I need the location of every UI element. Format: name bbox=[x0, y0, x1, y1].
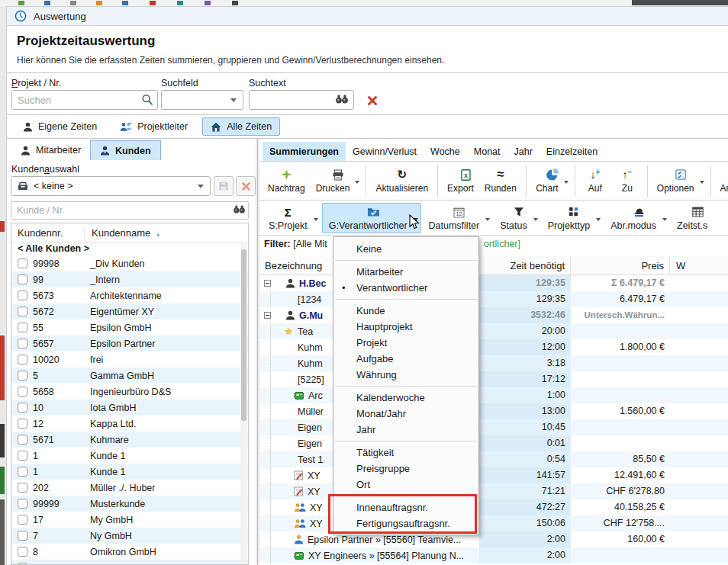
dropdown-arrow[interactable] bbox=[533, 218, 538, 223]
menu-item[interactable]: Ort bbox=[333, 477, 478, 493]
customer-checkbox[interactable] bbox=[18, 531, 27, 541]
customer-row[interactable]: 5 Gamma GmbH bbox=[11, 368, 248, 384]
dropdown-arrow[interactable] bbox=[596, 218, 601, 223]
customer-row[interactable]: 5672 Eigentümer XY bbox=[11, 303, 248, 319]
left-tab[interactable]: Mitarbeiter bbox=[11, 140, 90, 160]
clear-search-button[interactable] bbox=[362, 91, 382, 110]
customer-checkbox[interactable] bbox=[18, 387, 27, 396]
view-tab[interactable]: Einzelzeiten bbox=[540, 142, 604, 161]
customer-checkbox[interactable] bbox=[18, 547, 27, 557]
menu-item[interactable]: Monat/Jahr bbox=[333, 406, 478, 422]
result-row[interactable]: Epsilon Partner » [55560] Teamvie... 2:0… bbox=[259, 531, 728, 547]
customer-row[interactable]: 1 Kunde 1 bbox=[11, 464, 248, 480]
customer-checkbox[interactable] bbox=[18, 274, 27, 284]
customer-row[interactable]: 5657 Epsilon Partner bbox=[11, 335, 248, 352]
grouping-button[interactable]: Projekttyp bbox=[542, 204, 597, 233]
customer-checkbox[interactable] bbox=[18, 499, 27, 509]
view-tab[interactable]: Jahr bbox=[507, 142, 540, 161]
clear-selection-button[interactable] bbox=[236, 176, 256, 196]
menu-item[interactable]: Aufgabe bbox=[333, 351, 478, 367]
customer-row[interactable]: 125 Phi GmbH bbox=[11, 560, 248, 565]
result-row[interactable]: Arc lh... 1:00 bbox=[259, 387, 728, 403]
customer-checkbox[interactable] bbox=[18, 435, 27, 445]
customer-row[interactable]: 8 Omikron GmbH bbox=[11, 544, 248, 560]
dropdown-arrow[interactable] bbox=[314, 218, 318, 223]
result-row[interactable]: H.Bec 129:35 Σ 6.479,17 € bbox=[259, 275, 728, 291]
result-row[interactable]: Test 1 0:54 85,50 € bbox=[259, 451, 728, 467]
menu-item[interactable]: Währung bbox=[333, 367, 478, 383]
result-row[interactable]: XY Engineers » [55564] Planung N... 2:00 bbox=[259, 547, 728, 563]
toolbar-button[interactable]: Drucken bbox=[311, 166, 356, 195]
customer-checkbox[interactable] bbox=[18, 323, 27, 332]
expand-toggle[interactable] bbox=[264, 280, 271, 287]
result-row[interactable]: Eigen es... 0:01 bbox=[259, 435, 728, 451]
customer-checkbox[interactable] bbox=[18, 307, 27, 316]
result-row[interactable]: Müller 13:00 1.560,00 € bbox=[259, 403, 728, 419]
customer-row[interactable]: 10020 frei bbox=[11, 352, 248, 368]
menu-item[interactable]: Mitarbeiter bbox=[333, 264, 478, 280]
customer-checkbox[interactable] bbox=[18, 258, 27, 268]
customer-row[interactable]: 17 My GmbH bbox=[11, 512, 248, 528]
customer-row[interactable]: 12 Kappa Ltd. bbox=[11, 416, 248, 432]
customer-selection-select[interactable]: < keine > bbox=[11, 176, 211, 196]
scope-tab[interactable]: Projektleiter bbox=[111, 117, 196, 136]
customer-checkbox[interactable] bbox=[18, 339, 27, 348]
menu-item[interactable]: Projekt bbox=[333, 335, 478, 351]
result-row[interactable]: [1234 n... 129:35 6.479,17 € bbox=[259, 291, 728, 307]
column-header-zeit[interactable]: Zeit benötigt bbox=[479, 256, 571, 274]
scope-tab[interactable]: Alle Zeiten bbox=[202, 117, 280, 136]
menu-item[interactable]: Hauptprojekt bbox=[333, 319, 478, 335]
view-tab[interactable]: Woche bbox=[424, 142, 467, 161]
customer-checkbox[interactable] bbox=[18, 371, 27, 380]
customer-search-input[interactable] bbox=[11, 201, 249, 220]
customer-row[interactable]: 5673 Architektenname bbox=[11, 287, 248, 303]
view-tab[interactable]: Monat bbox=[467, 142, 507, 161]
all-customers-row[interactable]: < Alle Kunden > bbox=[11, 242, 248, 255]
scrollbar-thumb[interactable] bbox=[241, 249, 246, 421]
toolbar-button[interactable]: Zu bbox=[611, 166, 643, 195]
dropdown-arrow[interactable] bbox=[662, 218, 667, 223]
customer-row[interactable]: 55 Epsilon GmbH bbox=[11, 319, 248, 335]
expand-toggle[interactable] bbox=[264, 312, 271, 319]
search-field-select[interactable] bbox=[161, 90, 243, 110]
result-row[interactable]: Tea en 20:00 bbox=[259, 323, 728, 339]
grouping-button[interactable]: Zeitst.s bbox=[671, 204, 714, 233]
result-row[interactable]: G.Mu 3532:46 Untersch.Währun... bbox=[259, 307, 728, 323]
customer-row[interactable]: 99998 _Div Kunden bbox=[11, 255, 248, 271]
customer-checkbox[interactable] bbox=[18, 403, 27, 413]
dropdown-arrow[interactable] bbox=[700, 181, 704, 186]
menu-item[interactable]: Preisgruppe bbox=[333, 461, 478, 477]
customer-row[interactable]: 5658 Ingenieurbüro D&S bbox=[11, 384, 248, 400]
customer-row[interactable]: 1 Kunde 1 bbox=[11, 448, 248, 464]
customer-checkbox[interactable] bbox=[18, 419, 27, 429]
dropdown-arrow[interactable] bbox=[355, 181, 359, 186]
customer-checkbox[interactable] bbox=[18, 467, 27, 477]
grouping-button[interactable]: Status bbox=[494, 204, 533, 233]
view-tab[interactable]: Summierungen bbox=[263, 142, 346, 161]
toolbar-button[interactable]: Optionen bbox=[652, 166, 700, 195]
customer-row[interactable]: 10 Iota GmbH bbox=[11, 400, 248, 416]
customer-row[interactable]: 202 Müller ./. Huber bbox=[11, 480, 248, 496]
customer-row[interactable]: 99999 Musterkunde bbox=[11, 496, 248, 512]
result-row[interactable]: Kuhm 3:18 bbox=[259, 355, 728, 371]
customer-row[interactable]: 99 _Intern bbox=[11, 271, 248, 287]
customer-checkbox[interactable] bbox=[18, 515, 27, 525]
grouping-button[interactable]: 12 Datumsfilter bbox=[423, 204, 486, 233]
menu-item[interactable]: Kalenderwoche bbox=[333, 390, 478, 406]
scope-tab[interactable]: Eigene Zeiten bbox=[14, 117, 105, 136]
grouping-button[interactable]: G:Verantwortlicher bbox=[323, 204, 414, 233]
menu-item[interactable]: Keine bbox=[333, 241, 478, 257]
view-tab[interactable]: Gewinn/Verlust bbox=[346, 142, 424, 161]
customer-row[interactable]: 7 Ny GmbH bbox=[11, 528, 248, 544]
result-row[interactable]: Kuhm n ... 12:00 1.800,00 € bbox=[259, 339, 728, 355]
toolbar-button[interactable]: Aktualisieren bbox=[370, 166, 433, 195]
customer-row[interactable]: 5671 Kuhmare bbox=[11, 432, 248, 448]
column-header-preis[interactable]: Preis bbox=[571, 256, 670, 274]
dropdown-arrow[interactable] bbox=[485, 218, 490, 223]
save-selection-button[interactable] bbox=[214, 176, 234, 196]
dropdown-arrow[interactable] bbox=[564, 181, 569, 186]
column-header-waehrung[interactable]: W bbox=[670, 256, 728, 274]
result-row[interactable]: [5225] 17:12 bbox=[259, 371, 728, 387]
grouping-button[interactable]: S:Projekt bbox=[263, 204, 314, 233]
customer-checkbox[interactable] bbox=[18, 483, 27, 493]
